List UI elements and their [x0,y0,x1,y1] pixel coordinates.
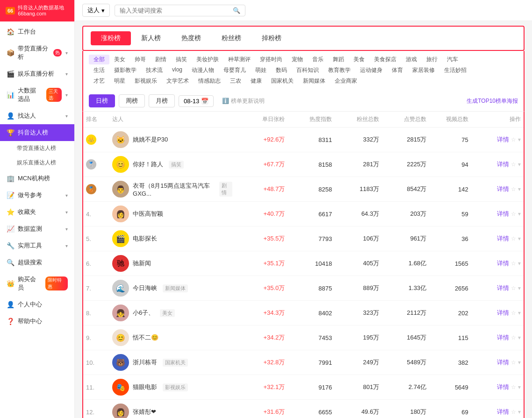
star-icon[interactable]: ☆ [511,211,516,217]
date-picker[interactable]: 08-13 📅 [179,95,214,107]
sidebar-item-tools[interactable]: 🔧 实用工具 ▾ [0,237,74,254]
star-icon[interactable]: ☆ [511,161,516,168]
category-item[interactable]: 音乐 [308,55,328,64]
username[interactable]: 中医高智颖 [133,210,163,218]
tab-drop-fans[interactable]: 掉粉榜 [252,31,292,45]
top10-button[interactable]: 生成TOP10榜单海报 [467,97,518,105]
detail-button[interactable]: 详情 [497,135,509,144]
category-item[interactable]: 舞蹈 [328,55,349,64]
tab-hot[interactable]: 热度榜 [171,31,211,45]
expand-icon[interactable]: ▾ [518,136,521,143]
star-icon[interactable]: ☆ [511,334,516,341]
expand-icon[interactable]: ▾ [518,161,521,168]
sidebar-item-mcn[interactable]: 🏢 MCN机构榜 [0,170,74,187]
sidebar-item-big-data[interactable]: 📊 大数据选品 三天选 ▾ [0,82,74,107]
expand-icon[interactable]: ▾ [518,409,521,415]
category-item[interactable]: 才艺 [89,76,109,86]
category-item[interactable]: 企业商家 [330,76,362,86]
sidebar-item-workspace[interactable]: 🏠 工作台 [0,23,74,40]
username[interactable]: 张婧彤❤ [133,408,156,416]
category-item[interactable]: 动漫人物 [187,65,219,75]
star-icon[interactable]: ☆ [511,260,516,267]
category-item[interactable]: 技术流 [141,65,167,75]
sidebar-item-data-monitor[interactable]: 📈 数据监测 ▾ [0,220,74,237]
expand-icon[interactable]: ▾ [518,186,521,192]
sidebar-item-talent-rank[interactable]: 🏆 抖音达人榜 [0,124,74,141]
category-item[interactable]: 美女 [109,55,130,64]
category-item[interactable]: 宠物 [287,55,308,64]
period-weekly[interactable]: 周榜 [119,94,145,107]
username[interactable]: 小6子、 [133,309,154,317]
category-item[interactable]: 国家机关 [266,76,298,86]
username[interactable]: 猫眼电影 [133,383,157,391]
category-item[interactable]: 情感励志 [194,76,225,86]
category-item[interactable]: 文学艺术 [162,76,194,86]
username[interactable]: 衣哥（8月15两点送宝马汽车GXG... [133,182,214,197]
sidebar-item-super-search[interactable]: 🔍 超级搜索 [0,254,74,271]
category-item[interactable]: 穿搭时尚 [255,55,287,64]
sidebar-item-profile[interactable]: 👤 个人中心 [0,296,74,313]
sidebar-item-sub-live-goods[interactable]: 带货直播达人榜 [0,141,74,156]
star-icon[interactable]: ☆ [511,310,516,316]
category-item[interactable]: 百科知识 [292,65,324,75]
detail-button[interactable]: 详情 [497,210,509,218]
category-item[interactable]: 剧情 [151,55,171,64]
category-item[interactable]: 萌娃 [251,65,271,75]
username[interactable]: 恬不二😊 [133,333,158,342]
username[interactable]: 你好！路人 [133,160,163,169]
detail-button[interactable]: 详情 [497,333,509,342]
tab-fans-rise[interactable]: 涨粉榜 [91,31,131,45]
category-item[interactable]: 美妆护肤 [192,55,223,64]
category-item[interactable]: 数码 [271,65,292,75]
expand-icon[interactable]: ▾ [518,384,521,390]
star-icon[interactable]: ☆ [511,186,516,192]
category-item[interactable]: 帅哥 [130,55,151,64]
expand-icon[interactable]: ▾ [518,334,521,341]
star-icon[interactable]: ☆ [511,285,516,291]
sidebar-item-buy-vip[interactable]: 👑 购买会员 限时特惠 [0,271,74,296]
username[interactable]: 姚姚不是P30 [133,135,168,144]
category-item[interactable]: 新闻媒体 [298,76,330,86]
detail-button[interactable]: 详情 [497,185,509,193]
expand-icon[interactable]: ▾ [518,285,521,291]
expand-icon[interactable]: ▾ [518,359,521,366]
expand-icon[interactable]: ▾ [518,211,521,217]
username[interactable]: 浙川栋哥 [133,358,157,367]
expand-icon[interactable]: ▾ [518,235,521,242]
sidebar-item-live-ent[interactable]: 🎬 娱乐直播分析 ▾ [0,65,74,82]
star-icon[interactable]: ☆ [511,409,516,415]
sidebar-item-account-ref[interactable]: 📝 做号参考 ▾ [0,187,74,204]
sidebar-item-help[interactable]: ❓ 帮助中心 [0,313,74,330]
star-icon[interactable]: ☆ [511,235,516,242]
period-monthly[interactable]: 月榜 [149,94,175,107]
star-icon[interactable]: ☆ [511,384,516,390]
category-item[interactable]: 美食探店 [369,55,401,64]
star-icon[interactable]: ☆ [511,136,516,143]
tab-fans[interactable]: 粉丝榜 [211,31,252,45]
category-item[interactable]: 全部 [89,55,109,64]
username[interactable]: 电影探长 [133,234,157,243]
detail-button[interactable]: 详情 [497,408,509,416]
sidebar-item-find-talent[interactable]: 👤 找达人 ▾ [0,107,74,124]
category-item[interactable]: 种草测评 [223,55,255,64]
category-item[interactable]: 三农 [225,76,246,86]
category-item[interactable]: 体育 [387,65,408,75]
sidebar-item-live-goods[interactable]: 📦 带货直播分析 热 ▾ [0,40,74,65]
category-item[interactable]: 家居装修 [408,65,439,75]
category-item[interactable]: 美食 [349,55,369,64]
category-item[interactable]: 母婴育儿 [219,65,251,75]
category-item[interactable]: vlog [167,65,187,75]
sidebar-item-sub-live-ent[interactable]: 娱乐直播达人榜 [0,156,74,170]
period-daily[interactable]: 日榜 [89,94,115,107]
detail-button[interactable]: 详情 [497,234,509,243]
category-item[interactable]: 搞笑 [171,55,192,64]
detail-button[interactable]: 详情 [497,160,509,169]
category-item[interactable]: 教育教学 [324,65,355,75]
sidebar-item-favorites[interactable]: ⭐ 收藏夹 ▾ [0,204,74,220]
topbar-dropdown[interactable]: 达人 ▾ [82,4,110,17]
username[interactable]: 今日海峡 [133,284,157,292]
star-icon[interactable]: ☆ [511,359,516,366]
username[interactable]: 驰新闻 [133,259,151,268]
category-item[interactable]: 生活 [89,65,109,75]
topbar-search[interactable]: 🔍 [115,5,245,16]
